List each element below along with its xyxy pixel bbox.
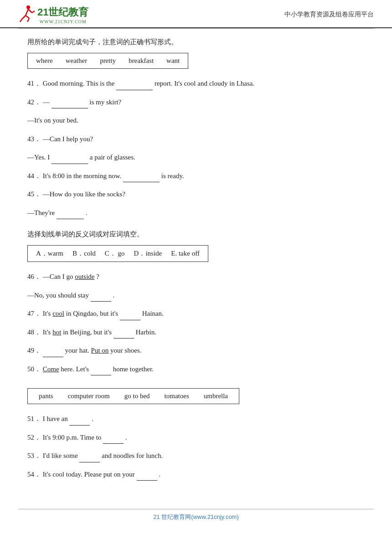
logo-text: 21世纪教育 WWW.21CNJY.COM [37, 5, 88, 24]
section2-instruction: 选择划线单词的反义词或对应词填空。 [27, 230, 365, 239]
question-43: 43． —Can I help you? [27, 133, 365, 146]
question-47: 47． It's cool in Qingdao, but it's Haina… [27, 307, 365, 320]
question-54: 54． It's cool today. Please put on your … [27, 468, 365, 481]
logo-main-text: 21世纪教育 [37, 5, 88, 19]
question-52: 52． It's 9:00 p.m. Time to . [27, 431, 365, 444]
q45-text: —How do you like the socks? [43, 190, 125, 198]
q49-text-mid: your hat. [65, 347, 91, 354]
q51-number: 51． [27, 415, 41, 422]
q47-number: 47． [27, 310, 41, 317]
question-51: 51． I have an . [27, 412, 365, 426]
q47-text-mid: in Qingdao, but it's [66, 310, 120, 317]
word-go-to-bed: go to bed [124, 392, 150, 400]
q49-number: 49． [27, 347, 41, 354]
q51-blank [69, 417, 90, 426]
svg-line-2 [22, 15, 26, 19]
svg-line-4 [28, 9, 32, 13]
q42-answer-text: —It's on your bed. [27, 117, 78, 124]
question-49: 49． your hat. Put on your shoes. [27, 344, 365, 357]
main-content: 用所给的单词完成句子，注意词的正确书写形式。 where weather pre… [0, 29, 392, 495]
word-d-inside: D．inside [134, 249, 162, 258]
q46-text-before: —Can I go [43, 273, 75, 280]
section2: 选择划线单词的反义词或对应词填空。 A．warm B．cold C． go D．… [27, 230, 365, 375]
q42-number: 42． [27, 98, 41, 106]
q51-text-before: I have an [43, 415, 70, 422]
q54-text-after: . [159, 471, 160, 478]
svg-line-5 [27, 18, 29, 22]
question-45: 45． —How do you like the socks? [27, 188, 365, 201]
footer-text: 21 世纪教育网(www.21cnjy.com) [0, 513, 392, 527]
q43-answer-after: a pair of glasses. [90, 154, 135, 161]
logo-sub-text: WWW.21CNJY.COM [40, 19, 87, 24]
svg-line-7 [32, 11, 35, 13]
q52-number: 52． [27, 434, 41, 441]
q48-text-after: Harbin. [136, 328, 156, 336]
word-want: want [166, 57, 180, 65]
svg-line-1 [26, 9, 28, 15]
q46-text-after: ? [96, 273, 99, 280]
q43-blank [52, 156, 88, 164]
question-53: 53． I'd like some and noodles for lunch. [27, 449, 365, 462]
word-pretty: pretty [100, 57, 116, 65]
section1-instruction: 用所给的单词完成句子，注意词的正确书写形式。 [27, 38, 365, 46]
question-50: 50． Come here. Let's home together. [27, 363, 365, 376]
q54-blank [137, 472, 157, 481]
q53-text-after: and noodles for lunch. [102, 452, 163, 459]
q53-text-before: I'd like some [43, 452, 80, 459]
q45-answer-after: . [86, 209, 88, 216]
q52-text-after: . [125, 434, 127, 441]
question-42: 42． — is my skirt? [27, 96, 365, 109]
q43-text: —Can I help you? [43, 135, 93, 143]
q50-text-after: home together. [113, 365, 154, 373]
word-e-takeoff: E. take off [171, 250, 200, 257]
q54-text-before: It's cool today. Please put on your [43, 471, 137, 478]
q45-answer-before: —They're [27, 209, 57, 216]
question-46-answer: —No, you should stay . [27, 289, 365, 302]
q49-blank [43, 349, 63, 357]
q54-number: 54． [27, 471, 41, 478]
svg-line-6 [20, 19, 22, 22]
logo-runner-icon [18, 5, 35, 25]
section3-word-box: pants computer room go to bed tomatoes u… [27, 388, 239, 404]
word-where: where [36, 57, 53, 65]
q50-text-mid: here. Let's [61, 365, 91, 373]
word-a-warm: A．warm [36, 249, 63, 258]
logo-area: 21世纪教育 WWW.21CNJY.COM [18, 5, 88, 25]
q46-number: 46． [27, 273, 41, 280]
section3: pants computer room go to bed tomatoes u… [27, 388, 365, 481]
q43-number: 43． [27, 135, 41, 143]
q46-answer-after: . [113, 292, 115, 299]
question-43-answer: —Yes. I a pair of glasses. [27, 151, 365, 164]
q48-text-mid: in Beijing, but it's [63, 328, 113, 336]
q42-text-after: is my skirt? [89, 98, 121, 106]
q49-text-after: your shoes. [110, 347, 141, 354]
q47-text-before: It's [43, 310, 52, 317]
word-computer-room: computer room [68, 392, 110, 400]
q48-underline: hot [52, 328, 61, 336]
q45-blank [57, 211, 84, 219]
q46-blank [91, 293, 111, 302]
q44-blank [123, 174, 160, 182]
question-46: 46． —Can I go outside ? [27, 270, 365, 283]
q48-blank [113, 330, 134, 339]
section1-word-box: where weather pretty breakfast want [27, 53, 188, 69]
q49-underline: Put on [91, 347, 109, 354]
q47-blank [120, 312, 140, 320]
word-weather: weather [66, 57, 87, 65]
q42-dash: — [43, 98, 50, 106]
question-45-answer: —They're . [27, 206, 365, 220]
q47-underline: cool [52, 310, 64, 317]
word-b-cold: B．cold [72, 249, 96, 258]
q44-number: 44． [27, 172, 41, 180]
svg-line-3 [26, 15, 29, 18]
word-tomatoes: tomatoes [165, 392, 189, 400]
page-header: 21世纪教育 WWW.21CNJY.COM 中小学教育资源及组卷应用平台 [0, 0, 392, 28]
q43-answer-before: —Yes. I [27, 154, 52, 161]
section2-word-box: A．warm B．cold C． go D．inside E. take off [27, 245, 208, 262]
question-44: 44． It's 8:00 in the morning now. is rea… [27, 169, 365, 183]
q45-number: 45． [27, 190, 41, 198]
q50-number: 50． [27, 365, 41, 373]
q52-text-before: It's 9:00 p.m. Time to [43, 434, 103, 441]
footer-divider [18, 509, 374, 509]
q46-underline: outside [75, 273, 94, 280]
